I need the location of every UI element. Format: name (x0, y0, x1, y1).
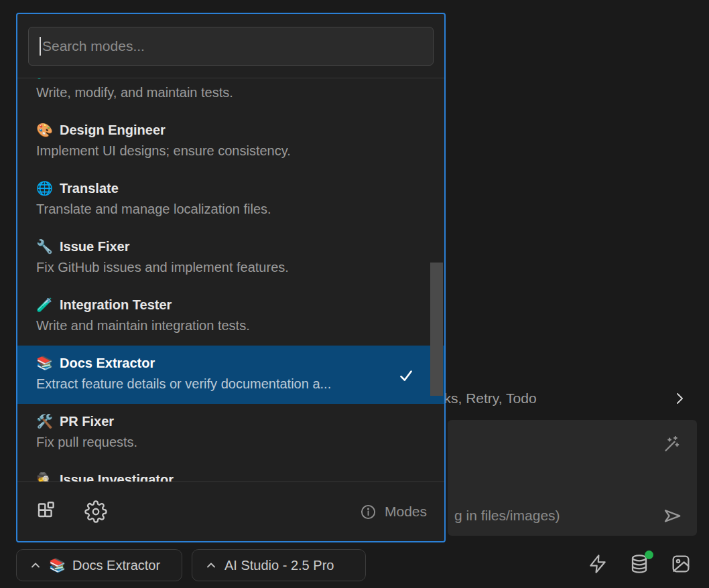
books-icon: 📚 (36, 354, 53, 372)
palette-icon: 🎨 (36, 121, 53, 139)
mode-list: 🧪 Write, modify, and maintain tests. 🎨 D… (17, 78, 444, 482)
mode-item-issue-fixer[interactable]: 🔧 Issue Fixer Fix GitHub issues and impl… (17, 229, 444, 287)
mode-title: 🧪 Integration Tester (36, 296, 426, 314)
status-green-dot (645, 550, 653, 559)
chevron-up-icon (29, 559, 42, 572)
globe-icon: 🌐 (36, 179, 53, 198)
wrench-icon: 🔧 (36, 238, 53, 256)
mode-picker-popup: Search modes... 🧪 Write, modify, and mai… (16, 13, 446, 542)
mode-description: Fix GitHub issues and implement features… (36, 259, 426, 277)
mode-title: 🔧 Issue Fixer (36, 238, 426, 256)
modes-label: Modes (385, 504, 427, 520)
mode-name: Docs Extractor (60, 354, 155, 372)
mode-name: Integration Tester (60, 296, 172, 314)
mode-description: Write, modify, and maintain tests. (36, 84, 426, 102)
mode-item-test-engineer[interactable]: 🧪 Write, modify, and maintain tests. (17, 78, 444, 113)
mode-item-integration-tester[interactable]: 🧪 Integration Tester Write and maintain … (17, 287, 444, 346)
books-icon: 📚 (49, 557, 66, 573)
mode-description: Extract feature details or verify docume… (36, 375, 426, 393)
mode-name: Design Engineer (60, 121, 166, 139)
mode-description: Write and maintain integration tests. (36, 317, 426, 335)
scrollbar-thumb[interactable] (430, 263, 443, 396)
chat-input-placeholder: g in files/images) (454, 508, 560, 524)
send-icon[interactable] (662, 506, 682, 526)
test-tube-icon: 🧪 (36, 296, 53, 314)
enhance-prompt-wand-icon[interactable] (661, 435, 681, 455)
task-header-row: sks, Retry, Todo (437, 388, 693, 409)
modes-info-group: Modes (360, 504, 427, 520)
task-header-text: sks, Retry, Todo (437, 390, 671, 407)
mode-title: 🌐 Translate (36, 179, 426, 198)
database-icon[interactable] (629, 553, 650, 575)
mode-selector-button[interactable]: 📚 Docs Extractor (16, 549, 182, 581)
mode-title: 🧪 (36, 78, 426, 81)
chevron-right-icon[interactable] (671, 390, 688, 407)
marketplace-icon[interactable] (35, 500, 59, 524)
bottom-bar-icons (587, 553, 692, 575)
mode-description: Translate and manage localization files. (36, 200, 426, 218)
mode-title: 🕵️ Issue Investigator (36, 471, 426, 482)
mode-selector-label: Docs Extractor (72, 558, 160, 573)
mode-item-docs-extractor[interactable]: 📚 Docs Extractor Extract feature details… (17, 346, 444, 404)
mode-item-design-engineer[interactable]: 🎨 Design Engineer Implement UI designs; … (17, 113, 444, 171)
check-icon (397, 367, 415, 384)
lightning-icon[interactable] (587, 553, 608, 575)
mode-item-pr-fixer[interactable]: 🛠️ PR Fixer Fix pull requests. (17, 404, 444, 462)
image-icon[interactable] (670, 553, 692, 575)
detective-icon: 🕵️ (36, 471, 53, 482)
info-icon[interactable] (360, 504, 377, 520)
text-caret (40, 37, 41, 56)
test-tube-icon: 🧪 (36, 78, 53, 81)
mode-title: 📚 Docs Extractor (36, 354, 426, 372)
search-input[interactable]: Search modes... (28, 27, 434, 66)
mode-description: Implement UI designs; ensure consistency… (36, 142, 426, 160)
search-section: Search modes... (17, 14, 444, 78)
chevron-up-icon (204, 559, 218, 572)
bottom-bar: 📚 Docs Extractor AI Studio - 2.5 Pro (0, 548, 709, 583)
gear-icon[interactable] (84, 500, 107, 523)
chat-input-box[interactable]: g in files/images) (448, 420, 697, 536)
mode-name: PR Fixer (60, 413, 114, 431)
mode-name: Issue Fixer (60, 238, 130, 256)
model-selector-button[interactable]: AI Studio - 2.5 Pro (192, 549, 366, 581)
mode-item-issue-investigator[interactable]: 🕵️ Issue Investigator (17, 462, 444, 482)
mode-description: Fix pull requests. (36, 433, 426, 451)
model-selector-label: AI Studio - 2.5 Pro (224, 558, 334, 573)
mode-name: Translate (60, 179, 119, 198)
mode-name: Issue Investigator (60, 471, 174, 482)
hammer-wrench-icon: 🛠️ (36, 413, 53, 431)
mode-item-translate[interactable]: 🌐 Translate Translate and manage localiz… (17, 171, 444, 229)
search-placeholder: Search modes... (42, 38, 145, 54)
mode-title: 🛠️ PR Fixer (36, 413, 426, 431)
mode-picker-footer: Modes (17, 482, 444, 541)
mode-title: 🎨 Design Engineer (36, 121, 426, 139)
